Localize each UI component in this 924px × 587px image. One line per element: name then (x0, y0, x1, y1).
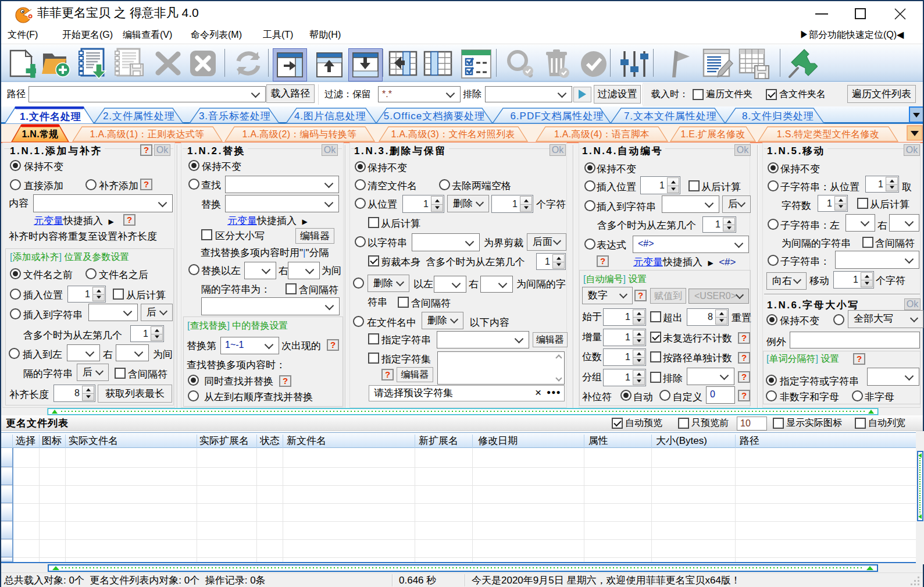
svg-text:2.文件属性处理: 2.文件属性处理 (103, 111, 175, 122)
svg-text:7.文本文件属性处理: 7.文本文件属性处理 (624, 111, 717, 122)
svg-text:1.A.高级(4)：语言脚本: 1.A.高级(4)：语言脚本 (554, 129, 650, 139)
svg-text:1.A.高级(2)：编码与转换等: 1.A.高级(2)：编码与转换等 (242, 129, 357, 139)
svg-text:5.Office文档摘要处理: 5.Office文档摘要处理 (384, 111, 485, 122)
svg-text:3.音乐标签处理: 3.音乐标签处理 (199, 111, 271, 122)
svg-text:6.PDF文档属性处理: 6.PDF文档属性处理 (510, 111, 604, 122)
svg-text:4.图片信息处理: 4.图片信息处理 (294, 111, 366, 122)
svg-text:1.文件名处理: 1.文件名处理 (20, 111, 81, 122)
svg-text:1.E.扩展名修改: 1.E.扩展名修改 (680, 129, 745, 139)
svg-text:1.N.常规: 1.N.常规 (22, 129, 58, 139)
svg-text:1.A.高级(1)：正则表达式等: 1.A.高级(1)：正则表达式等 (90, 129, 205, 139)
svg-text:8.文件归类处理: 8.文件归类处理 (742, 111, 814, 122)
svg-text:1.A.高级(3)：文件名对照列表: 1.A.高级(3)：文件名对照列表 (391, 129, 515, 139)
svg-text:1.S.特定类型文件名修改: 1.S.特定类型文件名修改 (777, 129, 879, 139)
